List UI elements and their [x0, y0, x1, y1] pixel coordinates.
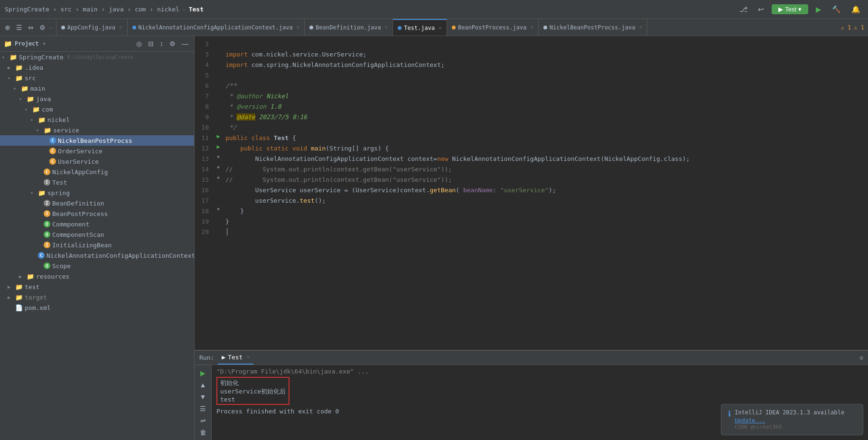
run-gutter-11[interactable]: ▶ [216, 133, 220, 140]
bookmark-14: ◈ [217, 164, 220, 169]
line-15: 15 ◈ // System.out.println(context.getBe… [195, 175, 868, 185]
run-output-boxed: 初始化 userService初始化后 test [216, 377, 289, 405]
tree-test-file[interactable]: C Test [0, 177, 194, 187]
collapse-icon[interactable]: ⊟ [146, 39, 156, 48]
tab-close-test[interactable]: ✕ [439, 25, 442, 31]
split-icon[interactable]: ⇔ [26, 23, 36, 32]
tree-src-label: src [25, 75, 36, 82]
run-out-line-3: test [220, 396, 286, 403]
tab-dot-beandef [309, 26, 313, 29]
tree-java-label: java [36, 95, 51, 103]
sort-icon[interactable]: ↕ [158, 39, 165, 48]
sidebar-settings-icon[interactable]: ⚙ [168, 39, 177, 48]
line-12: 12 ▶ public static void main(String[] ar… [195, 143, 868, 154]
line-5: 5 [195, 70, 868, 81]
tree-main[interactable]: ▾ 📁 main [0, 83, 194, 94]
tree-java[interactable]: ▾ 📁 java [0, 94, 194, 104]
editor-scroll[interactable]: 2 3 import com.nickel.service.UserServic… [195, 36, 868, 350]
tree-beanpostprocess[interactable]: I BeanPostProcess [0, 208, 194, 219]
run-tab-test[interactable]: ▶ Test ✕ [218, 351, 253, 365]
tree-beanpostprocess-label: BeanPostProcess [52, 210, 108, 217]
run-tab-close[interactable]: ✕ [246, 354, 250, 360]
tree-nickelbeanpost[interactable]: C NickelBeanPostProcss [0, 135, 194, 146]
line-4: 4 import com.spring.NickelAnnotationConf… [195, 60, 868, 70]
sidebar-close-icon[interactable]: — [180, 39, 190, 48]
line-11: 11 ▶ public class Test { [195, 133, 868, 143]
file-circle-gray-test: C [44, 179, 50, 186]
notification-content: IntelliJ IDEA 2023.1.3 available Update.… [735, 409, 844, 430]
tree-pomxml[interactable]: 📄 pom.xml [0, 302, 194, 313]
run-settings-icon[interactable]: ⚙ [859, 354, 863, 361]
run-delete-btn[interactable]: 🗑 [196, 427, 210, 437]
main-layout: ⊕ ☰ ⇔ ⚙ — AppConfig.java ✕ NickelAnnotat… [0, 19, 868, 440]
run-button[interactable]: ▶ Test ▾ [772, 4, 808, 14]
tree-initializingbean[interactable]: I InitializingBean [0, 240, 194, 250]
tree-src[interactable]: ▾ 📁 src [0, 73, 194, 83]
vcs-button[interactable]: ⎇ [737, 4, 750, 15]
notification: ℹ IntelliJ IDEA 2023.1.3 available Updat… [721, 404, 863, 435]
tree-userservice[interactable]: C UserService [0, 156, 194, 167]
tab-dot-test [398, 26, 401, 30]
run-play-icon[interactable]: ▶ [813, 4, 824, 15]
run-scroll-down-btn[interactable]: ▼ [196, 392, 210, 402]
tree-orderservice[interactable]: C OrderService [0, 146, 194, 156]
folder-icon-spring: 📁 [38, 189, 46, 197]
tree-resources-label: resources [36, 273, 69, 280]
run-scroll-up-btn[interactable]: ▲ [196, 380, 210, 390]
tree-test-folder[interactable]: ▶ 📁 test [0, 281, 194, 292]
tab-appconfig[interactable]: AppConfig.java ✕ [56, 19, 128, 36]
tree-service[interactable]: ▾ 📁 service [0, 125, 194, 135]
tree-com[interactable]: ▾ 📁 com [0, 104, 194, 114]
tab-beanDef[interactable]: BeanDefinition.java ✕ [305, 19, 393, 36]
tab-test[interactable]: Test.java ✕ [393, 19, 447, 36]
file-circle-orange-user: C [49, 158, 56, 165]
title-active-file: Test [189, 6, 204, 13]
settings-icon[interactable]: ⚙ [37, 23, 47, 32]
tree-nickelcontext-label: NickelAnnotationConfigApplicationContext [47, 252, 194, 259]
tree-scope[interactable]: @ Scope [0, 261, 194, 271]
tree-target[interactable]: ▶ 📁 target [0, 292, 194, 302]
project-tree-icon[interactable]: ⊕ [3, 23, 12, 32]
tab-nickelAnnotation[interactable]: NickelAnnotationConfigApplicationContext… [128, 19, 305, 36]
tree-commponent[interactable]: @ Commponent [0, 219, 194, 229]
tree-nickelcontext[interactable]: C NickelAnnotationConfigApplicationConte… [0, 250, 194, 261]
editor-right: 2 3 import com.nickel.service.UserServic… [195, 36, 868, 440]
run-restart-btn[interactable]: ▶ [196, 368, 210, 378]
tab-close-nickelbean[interactable]: ✕ [639, 24, 643, 30]
undo-button[interactable]: ↩ [755, 4, 767, 15]
notification-link[interactable]: Update... [735, 417, 765, 424]
tab-close-beandef[interactable]: ✕ [385, 24, 388, 30]
tree-nickelappconfig[interactable]: C NickelAppConfig [0, 167, 194, 177]
tree-resources[interactable]: ▶ 📁 resources [0, 271, 194, 281]
project-folder-icon: 📁 [9, 54, 17, 61]
run-wrap-btn[interactable]: ⇌ [196, 415, 210, 425]
tab-beanpost[interactable]: BeanPostProcess.java ✕ [447, 19, 539, 36]
line-13: 13 ◈ NickelAnnotationConfigApplicationCo… [195, 154, 868, 164]
tree-test-folder-label: test [25, 283, 39, 290]
notifications-icon[interactable]: 🔔 [849, 4, 863, 15]
tab-nickelbean[interactable]: NickelBeanPostProcss.java ✕ [539, 19, 647, 36]
tab-dot-nickelbean [543, 26, 547, 29]
tree-nickel[interactable]: ▾ 📁 nickel [0, 114, 194, 125]
tab-close-nickel[interactable]: ✕ [297, 24, 300, 30]
tree-idea[interactable]: ▶ 📁 .idea [0, 62, 194, 73]
build-icon[interactable]: 🔨 [829, 4, 844, 15]
file-circle-green-commscan: @ [44, 231, 50, 238]
tab-list-icon[interactable]: ☰ [14, 23, 24, 32]
run-gutter-12[interactable]: ▶ [216, 143, 220, 150]
run-filter-btn[interactable]: ☰ [196, 403, 210, 413]
tab-label-beandef: BeanDefinition.java [316, 24, 381, 31]
locate-icon[interactable]: ◎ [134, 39, 144, 48]
tree-target-label: target [25, 294, 47, 301]
tree-commponentscan[interactable]: @ CommponentScan [0, 229, 194, 240]
run-panel-icon: ▶ [222, 354, 225, 361]
sidebar: 📁 Project ▾ ◎ ⊟ ↕ ⚙ — ▾ 📁 SpringCreate E… [0, 36, 195, 440]
run-panel-tab-label: Test [228, 354, 243, 361]
tab-close-appconfig[interactable]: ✕ [119, 24, 122, 30]
file-circle-green-scope: @ [44, 262, 50, 269]
tab-close-beanpost[interactable]: ✕ [530, 24, 533, 30]
tree-root[interactable]: ▾ 📁 SpringCreate E:\Study\SpringCreate [0, 52, 194, 62]
tree-idea-label: .idea [25, 64, 43, 71]
tree-spring[interactable]: ▾ 📁 spring [0, 187, 194, 198]
tree-beandef[interactable]: I BeanDefinition [0, 198, 194, 208]
